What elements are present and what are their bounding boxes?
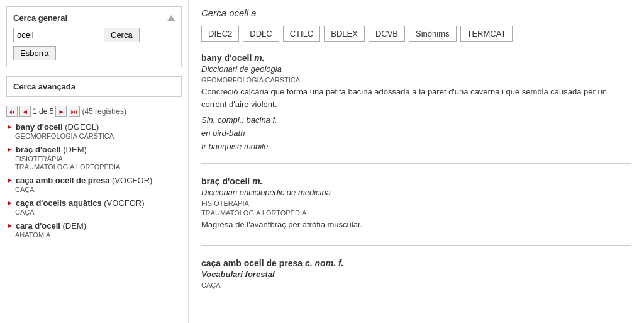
result-source-2a: FISIOTERÀPIA bbox=[15, 155, 182, 162]
cerca-avancada-title: Cerca avançada bbox=[13, 82, 175, 91]
dict-btn-ctilc[interactable]: CTILC bbox=[283, 26, 321, 42]
result-source-2b: TRAUMATOLOGIA I ORTOPÈDIA bbox=[15, 163, 182, 171]
nav-registres: (45 registres) bbox=[82, 107, 126, 116]
entry-title-1: bany d'ocell m. bbox=[201, 53, 631, 63]
entry-dict-1: Diccionari de geologia bbox=[201, 64, 631, 74]
list-item: ► bany d'ocell (DGEOL) GEOMORFOLOGIA CÀR… bbox=[6, 122, 182, 140]
entry-def-2: Magresa de l'avantbraç per atròfia muscu… bbox=[201, 218, 631, 231]
entry-block-1: bany d'ocell m. Diccionari de geologia G… bbox=[201, 53, 631, 164]
nav-controls: ⏮ ◄ 1 de 5 ► ⏭ (45 registres) bbox=[6, 106, 182, 117]
entry-domain-3: CAÇA bbox=[201, 281, 631, 289]
search-input[interactable] bbox=[13, 28, 101, 42]
arrow-icon: ► bbox=[6, 176, 13, 184]
cerca-input-row: Cerca bbox=[13, 28, 175, 42]
result-source-5: ANATOMIA bbox=[15, 231, 182, 239]
result-item-title-2: ► braç d'ocell (DEM) bbox=[6, 145, 182, 154]
nav-page: 1 bbox=[33, 107, 37, 116]
cerca-general-title: Cerca general bbox=[13, 13, 175, 23]
result-item-title-3: ► caça amb ocell de presa (VOCFOR) bbox=[6, 176, 182, 185]
entry-dict-2: Diccionari enciclopèdic de medicina bbox=[201, 188, 631, 197]
right-panel: Cerca ocell a DIEC2 DDLC CTILC BDLEX DCV… bbox=[189, 0, 644, 323]
entry-dict-3: Vocabulari forestal bbox=[201, 269, 631, 279]
search-header-text: Cerca ocell a bbox=[201, 8, 257, 18]
nav-page-info: 1 de 5 bbox=[33, 107, 53, 116]
dict-buttons: DIEC2 DDLC CTILC BDLEX DCVB Sinònims TER… bbox=[201, 26, 631, 42]
result-link-3[interactable]: caça amb ocell de presa (VOCFOR) bbox=[16, 176, 152, 185]
nav-last-button[interactable]: ⏭ bbox=[69, 106, 80, 117]
entry-domain-2a: FISIOTERÀPIA bbox=[201, 200, 631, 207]
arrow-icon: ► bbox=[6, 145, 13, 153]
left-panel: Cerca general Cerca Esborra Cerca avança… bbox=[0, 0, 189, 323]
cerca-general-box: Cerca general Cerca Esborra bbox=[6, 6, 182, 67]
nav-total: 5 bbox=[50, 107, 54, 116]
entry-def-1: Concreció calcària que forma una petita … bbox=[201, 86, 631, 110]
esborra-button[interactable]: Esborra bbox=[13, 46, 56, 60]
nav-prev-button[interactable]: ◄ bbox=[19, 106, 31, 117]
list-item: ► caça d'ocells aquàtics (VOCFOR) CAÇA bbox=[6, 198, 182, 216]
cerca-general-label: Cerca general bbox=[13, 13, 67, 23]
entry-block-3: caça amb ocell de presa c. nom. f. Vocab… bbox=[201, 258, 631, 301]
entry-title-3: caça amb ocell de presa c. nom. f. bbox=[201, 258, 631, 268]
dict-btn-sinonims[interactable]: Sinònims bbox=[409, 26, 456, 42]
list-item: ► caça amb ocell de presa (VOCFOR) CAÇA bbox=[6, 176, 182, 193]
arrow-icon: ► bbox=[6, 222, 13, 229]
result-link-4[interactable]: caça d'ocells aquàtics (VOCFOR) bbox=[16, 198, 145, 208]
list-item: ► cara d'ocell (DEM) ANATOMIA bbox=[6, 221, 182, 239]
result-link-1[interactable]: bany d'ocell (DGEOL) bbox=[16, 122, 99, 132]
entry-extra-1: Sin. compl.: bacina f. en bird-bath fr b… bbox=[201, 114, 631, 153]
result-item-title-1: ► bany d'ocell (DGEOL) bbox=[6, 122, 182, 132]
entry-domain-1: GEOMORFOLOGIA CÀRSTICA bbox=[201, 76, 631, 84]
dict-btn-bdlex[interactable]: BDLEX bbox=[324, 26, 365, 42]
entry-title-2: braç d'ocell m. bbox=[201, 176, 631, 186]
result-source-3: CAÇA bbox=[15, 186, 182, 193]
search-header: Cerca ocell a bbox=[201, 8, 631, 18]
cerca-avancada-box: Cerca avançada bbox=[6, 76, 182, 97]
dict-btn-diec2[interactable]: DIEC2 bbox=[201, 26, 239, 42]
result-source-4: CAÇA bbox=[15, 208, 182, 216]
entry-domain-2b: TRAUMATOLOGIA I ORTOPÈDIA bbox=[201, 209, 631, 217]
list-item: ► braç d'ocell (DEM) FISIOTERÀPIA TRAUMA… bbox=[6, 145, 182, 171]
arrow-icon: ► bbox=[6, 199, 13, 207]
nav-next-button[interactable]: ► bbox=[55, 106, 67, 117]
cerca-button[interactable]: Cerca bbox=[104, 28, 140, 42]
triangle-icon bbox=[167, 15, 175, 21]
dict-btn-dcvb[interactable]: DCVB bbox=[369, 26, 405, 42]
result-item-title-4: ► caça d'ocells aquàtics (VOCFOR) bbox=[6, 198, 182, 208]
result-link-2[interactable]: braç d'ocell (DEM) bbox=[16, 145, 87, 154]
dict-btn-termcat[interactable]: TERMCAT bbox=[460, 26, 513, 42]
result-item-title-5: ► cara d'ocell (DEM) bbox=[6, 221, 182, 230]
dict-btn-ddlc[interactable]: DDLC bbox=[243, 26, 279, 42]
arrow-icon: ► bbox=[6, 123, 13, 130]
result-source-1: GEOMORFOLOGIA CÀRSTICA bbox=[15, 132, 182, 140]
result-list: ► bany d'ocell (DGEOL) GEOMORFOLOGIA CÀR… bbox=[6, 122, 182, 239]
result-link-5[interactable]: cara d'ocell (DEM) bbox=[16, 221, 86, 230]
entry-block-2: braç d'ocell m. Diccionari enciclopèdic … bbox=[201, 176, 631, 246]
nav-de: de bbox=[39, 107, 47, 116]
nav-first-button[interactable]: ⏮ bbox=[6, 106, 18, 117]
